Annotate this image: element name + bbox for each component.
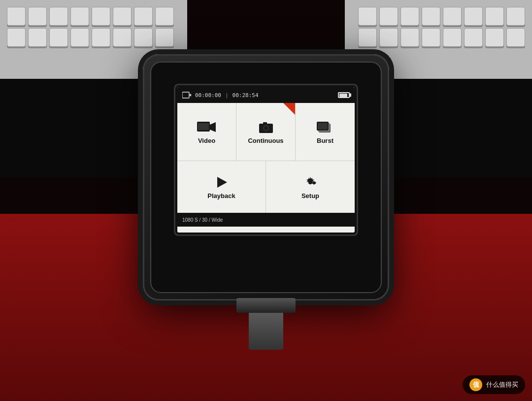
menu-top-row: Video Continuous: [177, 103, 355, 161]
camera-bezel: 00:00:00 | 00:28:54: [150, 62, 382, 293]
play-icon: [213, 175, 230, 190]
svg-rect-0: [182, 92, 189, 98]
setup-label: Setup: [301, 192, 319, 200]
background: 00:00:00 | 00:28:54: [0, 0, 532, 401]
svg-rect-3: [198, 123, 209, 130]
watermark: 值 什么值得买: [463, 375, 525, 394]
tripod-head: [236, 298, 296, 313]
svg-marker-13: [217, 177, 227, 188]
svg-marker-4: [210, 122, 216, 132]
bottom-status-text: 1080 S / 30 / Wide: [182, 217, 223, 223]
battery-fill: [339, 94, 347, 97]
svg-rect-8: [263, 122, 267, 125]
watermark-text: 什么值得买: [486, 380, 518, 389]
battery-body: [338, 92, 350, 98]
gear-icon: [300, 175, 320, 190]
svg-point-7: [264, 126, 268, 130]
status-left: 00:00:00 | 00:28:54: [182, 92, 259, 99]
menu-item-video[interactable]: Video: [177, 103, 236, 161]
time-display: 00:00:00: [195, 92, 221, 99]
video-label: Video: [198, 137, 215, 144]
burst-icon: [316, 120, 334, 134]
battery-indicator: [338, 92, 350, 98]
watermark-logo: 值: [469, 378, 482, 391]
camera-icon: [257, 120, 275, 134]
svg-rect-12: [318, 123, 328, 130]
continuous-label: Continuous: [248, 137, 283, 144]
menu-item-burst[interactable]: Burst: [296, 103, 355, 161]
menu-bottom-row: Playback: [177, 161, 355, 213]
bottom-status-bar: 1080 S / 30 / Wide: [177, 213, 355, 227]
menu-item-setup[interactable]: Setup: [266, 161, 355, 213]
menu-item-continuous[interactable]: Continuous: [236, 103, 296, 161]
menu-item-playback[interactable]: Playback: [177, 161, 266, 213]
selected-indicator: [283, 103, 295, 115]
record-mode-icon: [182, 92, 191, 99]
burst-label: Burst: [317, 137, 333, 144]
time-remaining: 00:28:54: [233, 92, 259, 99]
playback-label: Playback: [207, 192, 235, 200]
battery-tip: [350, 94, 351, 97]
video-camera-icon: [197, 120, 217, 134]
separator: |: [225, 92, 229, 99]
camera-housing: 00:00:00 | 00:28:54: [143, 54, 389, 301]
status-bar: 00:00:00 | 00:28:54: [177, 87, 355, 103]
camera-screen: 00:00:00 | 00:28:54: [177, 87, 355, 233]
